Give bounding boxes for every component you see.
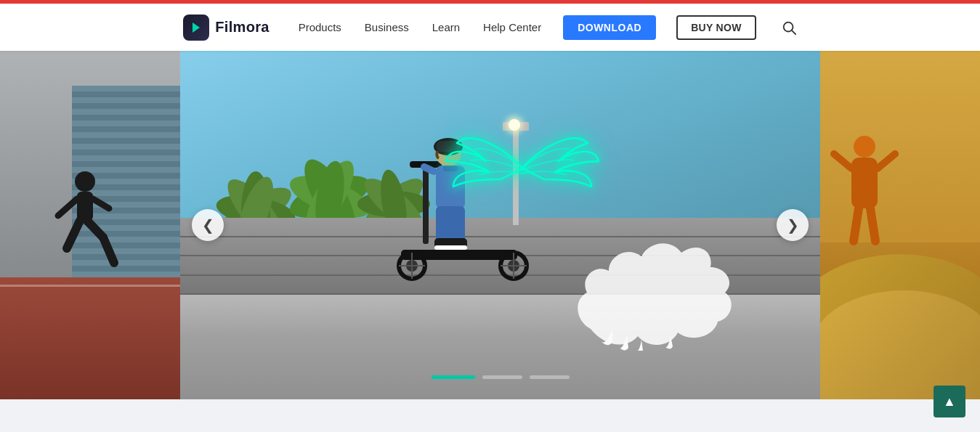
svg-line-49	[878, 154, 895, 168]
svg-line-48	[834, 154, 851, 168]
neon-wings	[442, 107, 602, 230]
hero-carousel: ❮ ❯	[0, 51, 980, 399]
carousel-dot-3[interactable]	[530, 375, 570, 379]
svg-line-7	[58, 199, 77, 216]
nav-business[interactable]: Business	[363, 18, 410, 36]
svg-line-8	[93, 199, 109, 208]
track	[0, 277, 180, 399]
logo-link[interactable]: Filmora	[183, 15, 269, 41]
download-button[interactable]: DOWNLOAD	[563, 15, 656, 40]
carousel-dots	[432, 375, 570, 379]
carousel-dot-1[interactable]	[432, 375, 475, 379]
svg-line-1	[792, 30, 795, 34]
svg-line-28	[424, 167, 434, 171]
svg-line-4	[67, 221, 80, 248]
nav-products[interactable]: Products	[297, 18, 343, 36]
right-scene	[820, 51, 980, 399]
svg-rect-36	[434, 245, 467, 250]
carousel-prev-button[interactable]: ❮	[192, 209, 224, 241]
svg-rect-3	[77, 192, 93, 221]
white-splatter	[569, 227, 743, 351]
carousel-dot-2[interactable]	[482, 375, 522, 379]
scroll-top-button[interactable]: ▲	[934, 386, 965, 399]
svg-rect-47	[851, 158, 878, 208]
side-panel-right	[820, 51, 980, 399]
logo-icon	[183, 15, 209, 41]
carousel-main: ❮ ❯	[180, 51, 820, 399]
svg-line-6	[103, 237, 114, 263]
left-scene	[0, 51, 180, 399]
side-panel-left	[0, 51, 180, 399]
desert-person	[828, 132, 901, 277]
logo-text: Filmora	[215, 19, 269, 36]
runner-silhouette	[45, 168, 125, 285]
svg-line-51	[870, 208, 875, 241]
nav-learn[interactable]: Learn	[431, 18, 461, 36]
nav-help[interactable]: Help Center	[482, 18, 543, 36]
carousel-next-button[interactable]: ❯	[777, 209, 809, 241]
svg-point-46	[854, 136, 875, 158]
svg-line-50	[854, 208, 859, 241]
search-icon[interactable]	[781, 20, 797, 36]
buy-now-button[interactable]: BUY NOW	[676, 15, 756, 40]
navbar: Filmora Products Business Learn Help Cen…	[0, 4, 980, 51]
svg-point-2	[75, 171, 95, 192]
svg-rect-26	[423, 164, 429, 244]
carousel-image: ❮ ❯	[180, 51, 820, 399]
